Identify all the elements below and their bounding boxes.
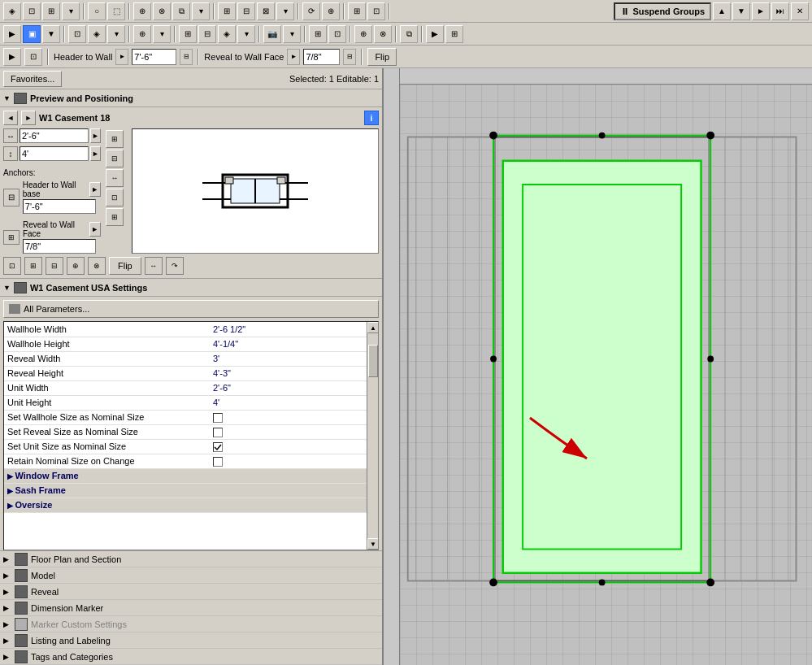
tool-btn-12[interactable]: ⊟ — [237, 2, 255, 20]
tool-btn-17[interactable]: ⊞ — [348, 2, 366, 20]
tool2-btn-3[interactable]: ⊡ — [68, 25, 86, 43]
flip-btn-main[interactable]: Flip — [109, 257, 141, 275]
height-input[interactable] — [20, 146, 89, 161]
tool-btn-14[interactable]: ▾ — [276, 2, 294, 20]
tool-btn-5[interactable]: ○ — [88, 2, 106, 20]
tool2-btn-15[interactable]: ⊡ — [328, 25, 346, 43]
tool2-btn-9[interactable]: ⊟ — [198, 25, 216, 43]
side-icon-1[interactable]: ⊞ — [106, 130, 124, 148]
tool2-btn-4[interactable]: ◈ — [88, 25, 106, 43]
param-value-7[interactable] — [210, 424, 378, 439]
settings-section-header[interactable]: ▼ W1 Casement USA Settings — [0, 279, 382, 297]
prev-icon-btn-3[interactable]: ⊟ — [46, 257, 63, 275]
anchor-reveal-btn[interactable]: ► — [89, 222, 102, 237]
tool2-btn-10[interactable]: ◈ — [218, 25, 236, 43]
tool-btn-right[interactable]: ► — [752, 2, 770, 20]
vertical-scrollbar[interactable]: ▲ ▼ — [367, 322, 378, 550]
all-params-button[interactable]: All Parameters... — [3, 300, 379, 318]
side-icon-5[interactable]: ⊞ — [106, 208, 124, 226]
tool-btn-3[interactable]: ⊞ — [42, 2, 60, 20]
param-checkbox-7[interactable] — [213, 428, 223, 437]
tool-btn-close[interactable]: ✕ — [791, 2, 809, 20]
tool-btn-down[interactable]: ▼ — [732, 2, 750, 20]
tool-btn-6[interactable]: ⬚ — [107, 2, 125, 20]
height-expand-btn[interactable]: ► — [90, 146, 101, 161]
flip-button[interactable]: Flip — [367, 48, 397, 66]
prev-icon-btn-5[interactable]: ⊗ — [88, 257, 106, 275]
prev-icon-btn-2[interactable]: ⊞ — [24, 257, 42, 275]
width-input[interactable] — [20, 128, 89, 143]
scroll-up-arrow[interactable]: ▲ — [367, 322, 379, 333]
tool-btn-skip[interactable]: ⏭ — [771, 2, 789, 20]
tool-btn-1[interactable]: ◈ — [3, 2, 21, 20]
tool-btn-up[interactable]: ▲ — [713, 2, 731, 20]
next-component-btn[interactable]: ► — [21, 111, 36, 125]
tool-btn-9[interactable]: ⧉ — [172, 2, 190, 20]
tool2-window-icon[interactable]: ▣ — [23, 25, 41, 43]
reveal-wall-face-input[interactable] — [23, 239, 96, 254]
header-wall-base-input[interactable] — [23, 199, 96, 214]
mirror-btn[interactable]: ↔ — [145, 257, 163, 275]
anchor-header-btn[interactable]: ► — [89, 182, 101, 197]
favorites-button[interactable]: Favorites... — [3, 71, 62, 87]
rotate-btn[interactable]: ↷ — [166, 257, 184, 275]
sub-section-0[interactable]: ▶ Window Frame — [4, 468, 378, 483]
dim-tool-icon[interactable]: ⊡ — [24, 48, 42, 66]
preview-section-header[interactable]: ▼ Preview and Positioning — [0, 89, 382, 107]
prev-icon-btn-4[interactable]: ⊕ — [67, 257, 85, 275]
param-value-8[interactable] — [210, 439, 378, 454]
suspend-groups-button[interactable]: ⏸ Suspend Groups — [614, 2, 711, 20]
reveal-wall-arrow-btn[interactable]: ► — [287, 49, 300, 65]
prev-icon-btn-1[interactable]: ⊡ — [3, 257, 21, 275]
tree-item-5[interactable]: ▶Listing and Labeling — [0, 632, 382, 649]
tool2-btn-19[interactable]: ▶ — [426, 25, 444, 43]
tool-btn-2[interactable]: ⊡ — [23, 2, 41, 20]
reveal-wall-icon-btn[interactable]: ⊟ — [343, 49, 356, 65]
header-wall-icon-btn[interactable]: ⊟ — [180, 49, 193, 65]
tool-btn-16[interactable]: ⊕ — [322, 2, 340, 20]
param-value-6[interactable] — [210, 410, 378, 424]
param-checkbox-9[interactable] — [213, 457, 223, 467]
scrollbar-thumb[interactable] — [368, 345, 378, 377]
side-icon-2[interactable]: ⊟ — [106, 150, 124, 167]
tool-btn-11[interactable]: ⊞ — [218, 2, 236, 20]
dim-tool-play[interactable]: ▶ — [3, 48, 21, 66]
sub-section-2[interactable]: ▶ Oversize — [4, 498, 378, 512]
sub-section-1[interactable]: ▶ Sash Frame — [4, 483, 378, 498]
tree-item-2[interactable]: ▶Reveal — [0, 584, 382, 600]
tool2-btn-6[interactable]: ⊕ — [133, 25, 151, 43]
param-checkbox-8[interactable] — [213, 442, 223, 452]
tree-item-3[interactable]: ▶Dimension Marker — [0, 600, 382, 616]
tool2-btn-8[interactable]: ⊞ — [179, 25, 197, 43]
tool2-btn-11[interactable]: ▾ — [237, 25, 255, 43]
reveal-to-wall-face-input[interactable] — [303, 49, 340, 65]
tool-btn-13[interactable]: ⊠ — [257, 2, 275, 20]
tool-btn-8[interactable]: ⊗ — [153, 2, 171, 20]
tree-item-1[interactable]: ▶Model — [0, 567, 382, 584]
tool2-btn-7[interactable]: ▾ — [153, 25, 171, 43]
tool2-btn-12[interactable]: 📷 — [263, 25, 281, 43]
tool-btn-4[interactable]: ▾ — [62, 2, 80, 20]
param-checkbox-6[interactable] — [213, 413, 223, 423]
tool2-btn-20[interactable]: ⊞ — [445, 25, 463, 43]
tree-item-6[interactable]: ▶Tags and Categories — [0, 649, 382, 665]
tool2-btn-16[interactable]: ⊕ — [354, 25, 372, 43]
tool-btn-18[interactable]: ⊡ — [367, 2, 385, 20]
tool-btn-7[interactable]: ⊕ — [133, 2, 151, 20]
header-to-wall-input[interactable] — [132, 49, 176, 65]
tool2-btn-17[interactable]: ⊗ — [374, 25, 392, 43]
header-wall-arrow-btn[interactable]: ► — [115, 49, 128, 65]
side-icon-4[interactable]: ⊡ — [106, 189, 124, 206]
tree-item-0[interactable]: ▶Floor Plan and Section — [0, 551, 382, 567]
tool2-btn-18[interactable]: ⧉ — [400, 25, 418, 43]
tool2-btn-1[interactable]: ▶ — [3, 25, 21, 43]
param-value-9[interactable] — [210, 454, 378, 468]
tool2-btn-5[interactable]: ▾ — [107, 25, 125, 43]
side-icon-3[interactable]: ↔ — [106, 169, 124, 187]
tool2-btn-2[interactable]: ▼ — [42, 25, 60, 43]
tool2-btn-13[interactable]: ▾ — [283, 25, 301, 43]
info-button[interactable]: i — [364, 111, 379, 125]
tool-btn-15[interactable]: ⟳ — [302, 2, 320, 20]
tool-btn-10[interactable]: ▾ — [192, 2, 210, 20]
width-expand-btn[interactable]: ► — [90, 128, 101, 143]
